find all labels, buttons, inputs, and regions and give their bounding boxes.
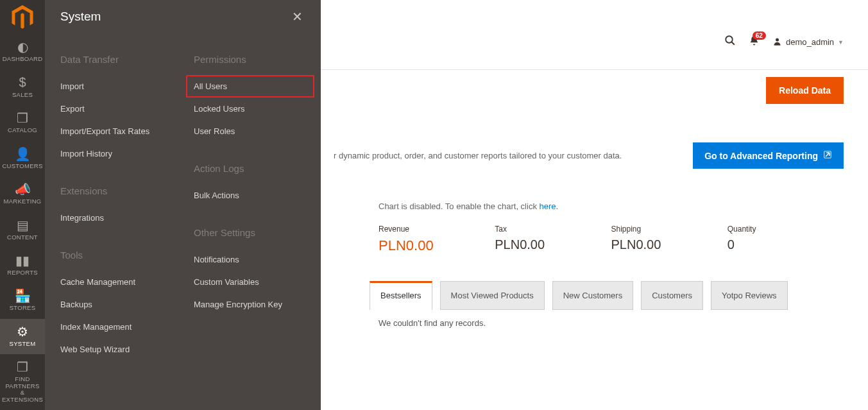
flyout-link-bulk-actions[interactable]: Bulk Actions xyxy=(194,184,307,207)
flyout-link-import-history[interactable]: Import History xyxy=(60,142,173,165)
svg-point-0 xyxy=(726,36,733,43)
tab-bestsellers[interactable]: Bestsellers xyxy=(370,281,432,310)
nav-label: FIND PARTNERS & EXTENSIONS xyxy=(0,376,45,403)
top-bar: 62 demo_admin ▼ xyxy=(724,35,844,49)
flyout-link-all-users[interactable]: All Users xyxy=(186,75,314,98)
username: demo_admin xyxy=(786,37,834,47)
nav-label: SALES xyxy=(12,92,33,98)
nav-label: CATALOG xyxy=(8,127,37,133)
kpi-label: Shipping xyxy=(611,225,728,234)
kpi-tax: TaxPLN0.00 xyxy=(495,225,611,254)
flyout-group-action-logs: Action Logs xyxy=(194,163,307,174)
tab-most-viewed-products[interactable]: Most Viewed Products xyxy=(440,281,545,310)
nav-icon: 👤 xyxy=(15,147,31,161)
nav-label: CUSTOMERS xyxy=(2,163,42,169)
magento-logo[interactable] xyxy=(0,0,45,34)
flyout-link-custom-variables[interactable]: Custom Variables xyxy=(194,271,307,293)
nav-label: SYSTEM xyxy=(10,341,36,347)
flyout-link-export[interactable]: Export xyxy=(60,98,173,120)
reload-data-button[interactable]: Reload Data xyxy=(766,77,844,104)
chart-disabled-message: Chart is disabled. To enable the chart, … xyxy=(379,201,558,211)
notifications-icon[interactable]: 62 xyxy=(749,35,760,49)
nav-item-sales[interactable]: $SALES xyxy=(0,70,45,105)
system-flyout: System ✕ Data TransferImportExportImport… xyxy=(45,0,321,410)
admin-nav: ◐DASHBOARD$SALES❒CATALOG👤CUSTOMERS📣MARKE… xyxy=(0,0,45,410)
kpi-label: Revenue xyxy=(379,225,495,234)
flyout-column-1: Data TransferImportExportImport/Export T… xyxy=(45,37,187,361)
flyout-column-2: PermissionsAll UsersLocked UsersUser Rol… xyxy=(187,37,321,361)
kpi-shipping: ShippingPLN0.00 xyxy=(611,225,728,254)
nav-icon: 📣 xyxy=(15,182,31,196)
tab-new-customers[interactable]: New Customers xyxy=(552,281,633,310)
nav-label: MARKETING xyxy=(3,198,41,205)
flyout-link-import-export-tax-rates[interactable]: Import/Export Tax Rates xyxy=(60,120,173,142)
kpi-label: Tax xyxy=(495,225,611,234)
flyout-link-locked-users[interactable]: Locked Users xyxy=(194,98,307,120)
flyout-link-manage-encryption-key[interactable]: Manage Encryption Key xyxy=(194,293,307,316)
nav-icon: ❒ xyxy=(17,111,28,125)
nav-label: DASHBOARD xyxy=(3,56,43,62)
kpi-value: PLN0.00 xyxy=(611,237,728,252)
nav-item-reports[interactable]: ▮▮REPORTS xyxy=(0,248,45,283)
enable-chart-link[interactable]: here xyxy=(540,201,556,211)
flyout-link-import[interactable]: Import xyxy=(60,75,173,98)
chart-disabled-pre: Chart is disabled. To enable the chart, … xyxy=(379,201,540,211)
user-menu[interactable]: demo_admin ▼ xyxy=(772,37,844,48)
nav-icon: $ xyxy=(19,76,26,90)
kpi-value: PLN0.00 xyxy=(379,237,495,254)
user-icon xyxy=(772,37,782,48)
nav-icon: ▤ xyxy=(17,218,29,232)
chart-disabled-post: . xyxy=(556,201,559,211)
tab-customers[interactable]: Customers xyxy=(641,281,703,310)
nav-label: STORES xyxy=(10,305,36,311)
kpi-revenue: RevenuePLN0.00 xyxy=(379,225,495,254)
flyout-group-tools: Tools xyxy=(60,250,173,261)
nav-icon: ◐ xyxy=(17,40,28,54)
flyout-link-notifications[interactable]: Notifications xyxy=(194,248,307,271)
nav-icon: ❒ xyxy=(17,360,28,374)
svg-line-1 xyxy=(731,42,735,45)
tabs: BestsellersMost Viewed ProductsNew Custo… xyxy=(370,281,788,310)
nav-item-catalog[interactable]: ❒CATALOG xyxy=(0,105,45,141)
flyout-link-web-setup-wizard[interactable]: Web Setup Wizard xyxy=(60,338,173,361)
nav-label: REPORTS xyxy=(7,269,38,276)
kpi-quantity: Quantity0 xyxy=(728,225,844,254)
flyout-link-cache-management[interactable]: Cache Management xyxy=(60,271,173,293)
nav-item-marketing[interactable]: 📣MARKETING xyxy=(0,176,45,212)
nav-icon: 🏪 xyxy=(15,289,31,303)
flyout-link-user-roles[interactable]: User Roles xyxy=(194,120,307,142)
no-records-message: We couldn't find any records. xyxy=(379,318,486,328)
nav-icon: ▮▮ xyxy=(15,253,30,268)
nav-label: CONTENT xyxy=(7,234,38,241)
flyout-group-other-settings: Other Settings xyxy=(194,227,307,238)
search-icon[interactable] xyxy=(724,35,736,49)
tab-yotpo-reviews[interactable]: Yotpo Reviews xyxy=(711,281,788,310)
nav-item-content[interactable]: ▤CONTENT xyxy=(0,212,45,248)
close-icon[interactable]: ✕ xyxy=(292,9,303,24)
advanced-reporting-button[interactable]: Go to Advanced Reporting xyxy=(693,142,844,169)
flyout-group-data-transfer: Data Transfer xyxy=(60,54,173,65)
flyout-link-index-management[interactable]: Index Management xyxy=(60,316,173,338)
advanced-reporting-label: Go to Advanced Reporting xyxy=(704,151,818,161)
nav-item-stores[interactable]: 🏪STORES xyxy=(0,283,45,318)
flyout-group-permissions: Permissions xyxy=(194,54,307,65)
nav-icon: ⚙ xyxy=(17,325,28,339)
external-link-icon xyxy=(823,150,832,161)
kpi-label: Quantity xyxy=(728,225,844,234)
kpi-row: RevenuePLN0.00TaxPLN0.00ShippingPLN0.00Q… xyxy=(379,225,844,254)
svg-point-2 xyxy=(776,38,779,41)
notification-badge: 62 xyxy=(753,31,766,40)
flyout-link-backups[interactable]: Backups xyxy=(60,293,173,316)
nav-item-customers[interactable]: 👤CUSTOMERS xyxy=(0,141,45,176)
flyout-group-extensions: Extensions xyxy=(60,185,173,196)
kpi-value: 0 xyxy=(728,237,844,252)
nav-item-find-partners[interactable]: ❒FIND PARTNERS & EXTENSIONS xyxy=(0,354,45,410)
nav-item-dashboard[interactable]: ◐DASHBOARD xyxy=(0,34,45,69)
chevron-down-icon: ▼ xyxy=(838,39,844,46)
flyout-link-integrations[interactable]: Integrations xyxy=(60,207,173,229)
flyout-title: System xyxy=(60,10,101,24)
kpi-value: PLN0.00 xyxy=(495,237,611,252)
nav-item-system[interactable]: ⚙SYSTEM xyxy=(0,319,45,354)
